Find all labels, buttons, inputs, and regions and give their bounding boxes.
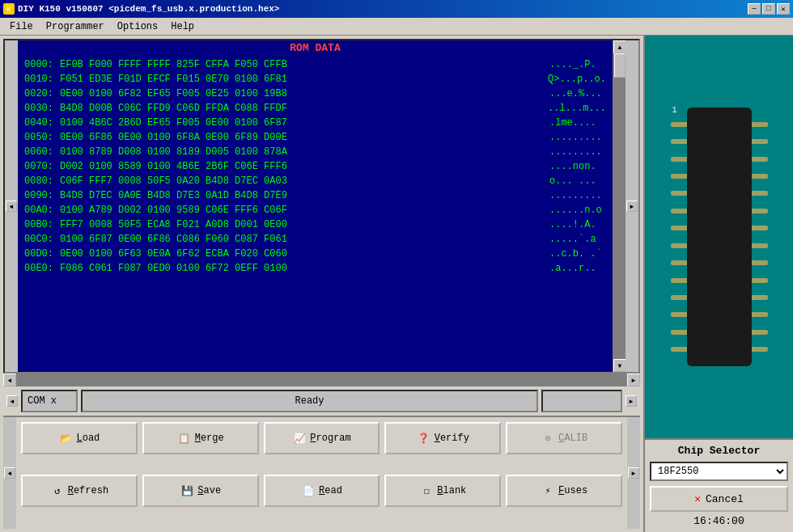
calib-label: CALIB bbox=[558, 433, 587, 444]
button-row-2: ↺Refresh💾Save📄Read☐Blank⚡Fuses bbox=[21, 475, 622, 524]
rom-addr: 0020: bbox=[24, 87, 57, 101]
rom-addr: 0090: bbox=[24, 188, 57, 203]
load-label: Load bbox=[76, 433, 100, 444]
rom-ascii: ......n.o bbox=[549, 203, 606, 217]
app-icon: K bbox=[3, 3, 15, 15]
pin-left-1 bbox=[671, 122, 687, 127]
scroll-down-button[interactable]: ▼ bbox=[613, 359, 626, 372]
bottom-right-arrow[interactable]: ► bbox=[628, 467, 639, 479]
rom-ascii: .lme.... bbox=[549, 116, 606, 130]
rom-row: 0090:B4D8 D7EC 0A0E B4D8 D7E3 0A1D B4D8 … bbox=[24, 188, 606, 203]
merge-button[interactable]: 📋Merge bbox=[142, 422, 259, 454]
program-label: Program bbox=[310, 433, 350, 444]
rom-hex: 0100 4B6C 2B6D EF65 F005 0E00 0100 6F87 bbox=[60, 116, 546, 130]
rom-addr: 00B0: bbox=[24, 217, 57, 232]
scrollbar-thumb[interactable] bbox=[614, 53, 625, 78]
hscroll-track[interactable] bbox=[16, 374, 627, 386]
rom-hex: 0E00 6F86 0E00 0100 6F8A 0E00 6F89 D00E bbox=[60, 130, 546, 145]
menu-options[interactable]: Options bbox=[111, 19, 164, 34]
progress-status bbox=[541, 390, 622, 412]
scroll-right-button[interactable]: ► bbox=[626, 201, 638, 212]
maximize-button[interactable]: □ bbox=[762, 3, 775, 15]
rom-hex: D002 0100 8589 0100 4B6E 2B6F C06E FFF6 bbox=[60, 159, 546, 174]
hscroll-left-button[interactable]: ◄ bbox=[3, 374, 16, 386]
fuses-button[interactable]: ⚡Fuses bbox=[506, 475, 622, 507]
rom-addr: 0010: bbox=[24, 72, 57, 87]
right-panel: 1 Chip Selector 18F255018F252018F455016F… bbox=[643, 36, 793, 532]
bottom-button-area: ◄ 📂Load📋Merge📈Program❓Verify⊙CALIB ↺Refr… bbox=[3, 416, 640, 529]
rom-row: 0040:0100 4B6C 2B6D EF65 F005 0E00 0100 … bbox=[24, 116, 606, 130]
hscroll-right-button[interactable]: ► bbox=[627, 374, 640, 386]
rom-addr: 0040: bbox=[24, 116, 57, 130]
rom-ascii: Q>...p..o. bbox=[548, 72, 606, 87]
scroll-up-button[interactable]: ▲ bbox=[613, 40, 626, 53]
rom-addr: 0060: bbox=[24, 145, 57, 159]
read-button[interactable]: 📄Read bbox=[264, 475, 380, 507]
load-button[interactable]: 📂Load bbox=[21, 422, 138, 454]
rom-addr: 0000: bbox=[24, 57, 57, 72]
menu-programmer[interactable]: Programmer bbox=[40, 19, 111, 34]
pin-right-17 bbox=[752, 312, 768, 317]
save-label: Save bbox=[197, 485, 221, 496]
rom-hex: 0100 8789 D008 0100 8189 D005 0100 878A bbox=[60, 145, 546, 159]
minimize-button[interactable]: ─ bbox=[748, 3, 761, 15]
title-bar-left: K DIY K150 v150807 <picdem_fs_usb.x.prod… bbox=[3, 3, 279, 15]
cancel-label: Cancel bbox=[706, 493, 744, 505]
blank-button[interactable]: ☐Blank bbox=[384, 475, 501, 507]
pin-right-21 bbox=[752, 243, 768, 248]
chip-select[interactable]: 18F255018F252018F455016F877A16F628A bbox=[650, 462, 788, 481]
menu-bar: File Programmer Options Help bbox=[0, 18, 793, 36]
pin-right-25 bbox=[752, 174, 768, 179]
rom-ascii: ......... bbox=[549, 188, 606, 203]
rom-hex: 0E00 0100 6F63 0E0A 6F62 ECBA F020 C060 bbox=[60, 247, 546, 261]
cancel-button[interactable]: ✕ Cancel bbox=[650, 486, 788, 512]
rom-data-area: ◄ ROM DATA 0000:EF0B F000 FFFF FFFF 825F… bbox=[3, 39, 640, 374]
rom-hex: EF0B F000 FFFF FFFF 825F CFFA F050 CFFB bbox=[60, 57, 546, 72]
program-button[interactable]: 📈Program bbox=[264, 422, 380, 454]
rom-addr: 00C0: bbox=[24, 232, 57, 247]
rom-row: 0030:B4D8 D00B C06C FFD9 C06D FFDA C088 … bbox=[24, 101, 606, 116]
chip-visual: 1 bbox=[645, 36, 793, 438]
rom-header-label: ROM DATA bbox=[290, 42, 340, 54]
status-right-arrow[interactable]: ► bbox=[625, 395, 637, 407]
blank-icon: ☐ bbox=[419, 483, 434, 498]
pin-right-19 bbox=[752, 278, 768, 283]
rom-addr: 0050: bbox=[24, 130, 57, 145]
pin-right-28 bbox=[752, 122, 768, 127]
pin-right-20 bbox=[752, 260, 768, 265]
refresh-button[interactable]: ↺Refresh bbox=[21, 475, 138, 507]
fuses-icon: ⚡ bbox=[541, 483, 555, 498]
pin-left-4 bbox=[671, 174, 687, 179]
scroll-left-button[interactable]: ◄ bbox=[6, 201, 17, 212]
rom-ascii: ..c.b. .` bbox=[549, 247, 606, 261]
pin-right-16 bbox=[752, 330, 768, 335]
read-label: Read bbox=[319, 485, 342, 496]
calib-icon: ⊙ bbox=[541, 431, 555, 445]
save-button[interactable]: 💾Save bbox=[142, 475, 259, 507]
verify-button[interactable]: ❓Verify bbox=[384, 422, 501, 454]
rom-hex: F086 C061 F087 0ED0 0100 6F72 0EFF 0100 bbox=[60, 261, 546, 276]
merge-label: Merge bbox=[195, 433, 224, 444]
rom-row: 0080:C06F FFF7 0008 50F5 0A20 B4D8 D7EC … bbox=[24, 174, 606, 188]
scroll-right-side: ► bbox=[625, 40, 638, 372]
rom-row: 00D0:0E00 0100 6F63 0E0A 6F62 ECBA F020 … bbox=[24, 247, 606, 261]
ready-status: Ready bbox=[81, 390, 538, 412]
rom-addr: 00A0: bbox=[24, 203, 57, 217]
close-button[interactable]: ✕ bbox=[777, 3, 790, 15]
rom-hex: B4D8 D00B C06C FFD9 C06D FFDA C088 FFDF bbox=[60, 101, 545, 116]
menu-help[interactable]: Help bbox=[164, 19, 201, 34]
status-left-arrow[interactable]: ◄ bbox=[6, 395, 18, 407]
scrollbar-track[interactable] bbox=[613, 53, 625, 359]
verify-label: Verify bbox=[435, 433, 469, 444]
bottom-left-arrow[interactable]: ◄ bbox=[4, 467, 15, 479]
menu-file[interactable]: File bbox=[3, 19, 40, 34]
rom-ascii: ...._.P. bbox=[549, 57, 606, 72]
rom-ascii: ......... bbox=[549, 130, 606, 145]
rom-addr: 0030: bbox=[24, 101, 57, 116]
window-title: DIY K150 v150807 <picdem_fs_usb.x.produc… bbox=[18, 4, 279, 14]
rom-addr: 0080: bbox=[24, 174, 57, 188]
title-bar: K DIY K150 v150807 <picdem_fs_usb.x.prod… bbox=[0, 0, 793, 18]
button-panel: 📂Load📋Merge📈Program❓Verify⊙CALIB ↺Refres… bbox=[16, 417, 627, 529]
load-icon: 📂 bbox=[58, 431, 73, 445]
rom-ascii: .....`.a bbox=[549, 232, 606, 247]
